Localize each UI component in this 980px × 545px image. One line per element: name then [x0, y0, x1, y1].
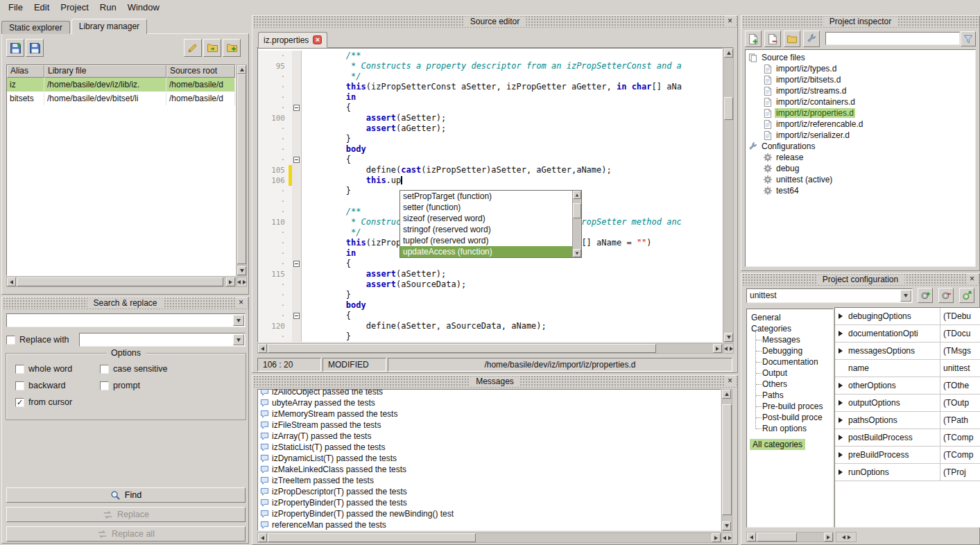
library-vertical-scrollbar[interactable]: [237, 64, 247, 276]
property-row[interactable]: otherOptions(TOthe: [835, 377, 980, 395]
message-item[interactable]: izMakeLinkedClass passed the tests: [258, 464, 721, 475]
close-icon[interactable]: ×: [725, 376, 735, 386]
tree-item-file[interactable]: import/iz/containers.d: [746, 96, 975, 107]
option-backward[interactable]: backward: [15, 381, 100, 390]
completion-item[interactable]: sizeof (reserved word): [400, 213, 572, 224]
replace-button[interactable]: Replace: [6, 507, 246, 522]
close-icon[interactable]: ×: [236, 297, 246, 308]
message-item[interactable]: izStaticList(T) passed the tests: [258, 442, 721, 453]
search-input[interactable]: [6, 313, 246, 327]
replace-with-checkbox[interactable]: [6, 336, 15, 345]
checkbox-case-sensitive[interactable]: [100, 365, 109, 374]
tab-close-icon[interactable]: ×: [313, 35, 322, 44]
expand-arrow-icon[interactable]: [835, 417, 846, 423]
inspector-filter-input[interactable]: [825, 32, 960, 45]
property-row[interactable]: postBuildProcess(TComp: [835, 429, 980, 447]
expand-arrow-icon[interactable]: [835, 313, 846, 319]
find-button[interactable]: Find: [6, 487, 246, 503]
scroll-right-icon[interactable]: [824, 533, 833, 542]
expand-arrow-icon[interactable]: [835, 469, 846, 475]
menu-project[interactable]: Project: [55, 1, 94, 13]
message-item[interactable]: izMemoryStream passed the tests: [258, 408, 721, 419]
scroll-up-icon[interactable]: [573, 191, 581, 199]
tree-item-file[interactable]: import/iz/streams.d: [746, 85, 975, 96]
messages-scroll-corner[interactable]: [721, 533, 732, 543]
option-prompt[interactable]: prompt: [100, 381, 241, 390]
tree-item-file[interactable]: import/iz/serializer.d: [746, 130, 975, 141]
editor-horizontal-scrollbar[interactable]: [257, 343, 723, 354]
scroll-down-icon[interactable]: [573, 249, 581, 257]
library-scroll-corner[interactable]: [237, 277, 247, 287]
inspector-filter-field[interactable]: [826, 33, 959, 44]
message-item[interactable]: izFileStream passed the tests: [258, 419, 721, 431]
expand-arrow-icon[interactable]: [835, 452, 846, 458]
scroll-down-icon[interactable]: [722, 521, 731, 530]
scroll-right-icon[interactable]: [226, 277, 235, 286]
scroll-up-icon[interactable]: [722, 390, 731, 399]
completion-item[interactable]: setter (function): [400, 202, 572, 213]
tree-item-file[interactable]: import/iz/types.d: [746, 63, 975, 74]
add-library-button[interactable]: [6, 39, 24, 57]
scroll-up-icon[interactable]: [237, 65, 246, 74]
message-item[interactable]: referenceMan passed the tests: [258, 519, 721, 530]
tree-item-file[interactable]: import/iz/bitsets.d: [746, 74, 975, 85]
library-horizontal-scrollbar[interactable]: [6, 277, 236, 287]
option-whole-word[interactable]: whole word: [15, 364, 100, 374]
close-icon[interactable]: ×: [967, 274, 977, 284]
editor-vertical-scrollbar[interactable]: [723, 48, 734, 343]
add-library-folder-button[interactable]: [223, 39, 241, 57]
category-general[interactable]: General: [747, 312, 833, 323]
completion-scrollbar[interactable]: [572, 191, 581, 257]
expand-arrow-icon[interactable]: [835, 435, 846, 440]
add-source-button[interactable]: [745, 31, 762, 47]
scroll-right-icon[interactable]: [712, 533, 721, 542]
option-from-cursor[interactable]: ✓from cursor: [15, 397, 100, 407]
completion-item[interactable]: tupleof (reserved word): [400, 235, 572, 246]
library-row[interactable]: bitsets/home/basile/dev/bitset/li/home/b…: [7, 92, 235, 105]
all-categories-button[interactable]: All categories: [750, 439, 805, 450]
edit-library-button[interactable]: [184, 39, 202, 57]
tree-item-file[interactable]: import/iz/referencable.d: [746, 119, 975, 130]
category-messages[interactable]: Messages: [754, 334, 833, 345]
menu-edit[interactable]: Edit: [28, 1, 55, 13]
remove-configuration-button[interactable]: [938, 288, 954, 303]
column-header-sources-root[interactable]: Sources root: [166, 65, 235, 78]
tree-item-configuration[interactable]: test64: [746, 185, 975, 196]
filter-button[interactable]: [961, 31, 976, 46]
editor-tab[interactable]: iz.properties ×: [258, 32, 327, 48]
expand-arrow-icon[interactable]: [835, 400, 846, 406]
message-item[interactable]: izPropertyBinder(T) passed the tests: [258, 497, 721, 508]
category-documentation[interactable]: Documentation: [754, 356, 833, 367]
completion-item[interactable]: updateAccess (function): [400, 246, 572, 257]
menu-run[interactable]: Run: [94, 1, 122, 13]
remove-source-button[interactable]: [764, 31, 781, 47]
completion-item[interactable]: stringof (reserved word): [400, 224, 572, 235]
column-header-library-file[interactable]: Library file: [44, 65, 166, 78]
scroll-down-icon[interactable]: [724, 333, 733, 342]
menu-file[interactable]: File: [3, 1, 28, 13]
message-item[interactable]: izPropertyBinder(T) passed the newBindin…: [258, 508, 721, 519]
tab-static-explorer[interactable]: Static explorer: [1, 21, 70, 34]
category-run-options[interactable]: Run options: [754, 423, 833, 434]
scroll-down-icon[interactable]: [237, 266, 246, 275]
search-input-field[interactable]: [8, 315, 232, 326]
property-row[interactable]: nameunittest: [835, 360, 980, 377]
message-item[interactable]: izPropDescriptor(T) passed the tests: [258, 486, 721, 497]
completion-item[interactable]: setPropTarget (function): [400, 191, 572, 202]
expand-arrow-icon[interactable]: [835, 383, 846, 388]
messages-vertical-scrollbar[interactable]: [721, 389, 732, 531]
category-pre-build-proces[interactable]: Pre-build proces: [754, 401, 833, 412]
property-row[interactable]: outputOptions(TOutp: [835, 395, 980, 412]
category-categories[interactable]: Categories: [747, 323, 833, 334]
checkbox-from-cursor[interactable]: ✓: [15, 398, 24, 407]
property-row[interactable]: messagesOptions(TMsgs: [835, 343, 980, 360]
messages-horizontal-scrollbar[interactable]: [257, 533, 721, 543]
fold-marker-icon[interactable]: [293, 313, 300, 319]
clone-configuration-button[interactable]: [959, 288, 974, 303]
replace-input[interactable]: [79, 333, 246, 347]
expand-arrow-icon[interactable]: [835, 348, 846, 354]
message-item[interactable]: ubyteArray passed the tests: [258, 397, 721, 408]
project-settings-button[interactable]: [803, 31, 820, 47]
message-item[interactable]: izArray(T) passed the tests: [258, 431, 721, 442]
column-header-alias[interactable]: Alias: [7, 65, 44, 78]
